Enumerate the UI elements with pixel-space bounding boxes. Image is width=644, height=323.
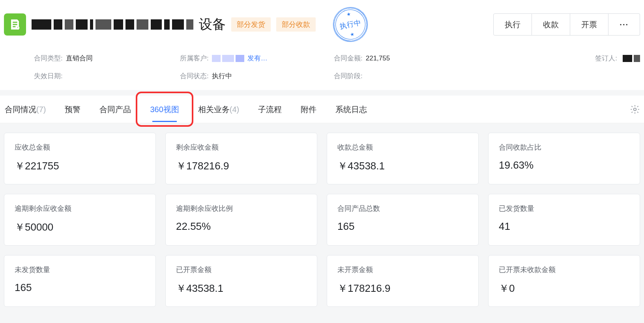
tab-1[interactable]: 预警 <box>64 96 81 122</box>
tab-0[interactable]: 合同情况(7) <box>4 96 47 122</box>
tab-label: 合同情况 <box>5 105 36 114</box>
metric-label: 剩余应收金额 <box>176 143 307 152</box>
metric-label: 未发货数量 <box>15 265 145 274</box>
metric-value: 41 <box>499 220 629 233</box>
metric-card-4: 逾期剩余应收金额￥50000 <box>4 194 156 246</box>
tab-label: 预警 <box>65 105 80 114</box>
tab-6[interactable]: 附件 <box>300 96 317 122</box>
metric-value: 165 <box>337 220 468 233</box>
meta-amount-value: 221,755 <box>366 54 390 62</box>
redacted-customer <box>212 55 244 62</box>
metric-cards: 应收总金额￥221755剩余应收金额￥178216.9收款总金额￥43538.1… <box>0 123 644 316</box>
meta-stage-label: 合同阶段: <box>334 71 363 81</box>
meta-amount-label: 合同金额: <box>334 54 363 63</box>
status-stamp: 执行中 <box>330 4 371 45</box>
metric-label: 已开票金额 <box>176 265 307 274</box>
metric-label: 逾期剩余应收比例 <box>176 204 307 213</box>
metric-card-8: 未发货数量165 <box>4 255 156 307</box>
status-tag-ship: 部分发货 <box>231 17 271 32</box>
metric-label: 应收总金额 <box>15 143 145 152</box>
metric-card-0: 应收总金额￥221755 <box>4 133 156 184</box>
metric-label: 收款总金额 <box>337 143 468 152</box>
metric-card-3: 合同收款占比19.63% <box>488 133 640 184</box>
metric-label: 已开票未收款金额 <box>499 265 629 274</box>
metric-card-7: 已发货数量41 <box>488 194 640 246</box>
tab-count: (7) <box>36 105 46 114</box>
metric-label: 逾期剩余应收金额 <box>15 204 145 213</box>
metric-value: ￥178216.9 <box>176 159 307 173</box>
meta-signer-label: 签订人: <box>595 54 617 63</box>
title-suffix: 设备 <box>199 15 226 34</box>
tab-label: 系统日志 <box>335 105 367 114</box>
gear-icon[interactable] <box>630 104 640 115</box>
metric-card-10: 未开票金额￥178216.9 <box>327 255 479 307</box>
metric-label: 未开票金额 <box>337 265 468 274</box>
contract-meta: 合同类型:直销合同 所属客户: 发有… 合同金额:221,755 签订人: 失效… <box>4 54 640 81</box>
receipt-button[interactable]: 收款 <box>532 13 570 36</box>
metric-card-6: 合同产品总数165 <box>327 194 479 246</box>
contract-icon <box>4 13 26 36</box>
status-tag-pay: 部分收款 <box>276 17 316 32</box>
metric-value: ￥43538.1 <box>337 159 468 173</box>
metric-label: 合同产品总数 <box>337 204 468 213</box>
tabs-bar: 合同情况(7)预警合同产品360视图相关业务(4)子流程附件系统日志 <box>0 96 644 123</box>
meta-status-label: 合同状态: <box>180 71 209 81</box>
tab-label: 子流程 <box>258 105 282 114</box>
metric-card-5: 逾期剩余应收比例22.55% <box>165 194 317 246</box>
redacted-title <box>32 19 193 30</box>
tab-3[interactable]: 360视图 <box>149 96 180 122</box>
tab-4[interactable]: 相关业务(4) <box>197 96 240 122</box>
metric-card-1: 剩余应收金额￥178216.9 <box>165 133 317 184</box>
metric-value: ￥50000 <box>15 220 145 234</box>
tab-count: (4) <box>230 105 239 114</box>
invoice-button[interactable]: 开票 <box>570 13 608 36</box>
meta-contract-type-label: 合同类型: <box>34 54 63 63</box>
header-actions: 执行 收款 开票 ··· <box>493 13 640 36</box>
contract-header: 设备 部分发货 部分收款 执行中 执行 收款 开票 ··· 合同类型:直销合同 … <box>0 0 644 90</box>
tab-5[interactable]: 子流程 <box>257 96 283 122</box>
title-area: 设备 部分发货 部分收款 执行中 <box>32 7 488 42</box>
metric-value: ￥178216.9 <box>337 282 468 295</box>
tab-label: 360视图 <box>150 105 179 114</box>
tab-label: 相关业务 <box>198 105 230 114</box>
metric-value: ￥0 <box>499 282 629 295</box>
meta-expire-label: 失效日期: <box>34 71 63 81</box>
execute-button[interactable]: 执行 <box>493 13 532 36</box>
metric-label: 已发货数量 <box>499 204 629 213</box>
tab-2[interactable]: 合同产品 <box>99 96 132 122</box>
metric-value: 22.55% <box>176 220 307 233</box>
tab-label: 附件 <box>301 105 316 114</box>
metric-card-2: 收款总金额￥43538.1 <box>327 133 479 184</box>
svg-point-0 <box>16 26 20 30</box>
svg-point-1 <box>634 108 637 111</box>
tab-label: 合同产品 <box>99 105 131 114</box>
meta-customer-value: 发有… <box>247 54 268 63</box>
more-button[interactable]: ··· <box>608 13 640 36</box>
metric-value: 165 <box>15 282 145 294</box>
metric-card-11: 已开票未收款金额￥0 <box>488 255 640 307</box>
meta-contract-type-value: 直销合同 <box>66 54 93 63</box>
metric-value: ￥43538.1 <box>176 282 307 295</box>
metric-value: ￥221755 <box>15 159 145 173</box>
meta-status-value: 执行中 <box>212 71 232 81</box>
metric-value: 19.63% <box>499 159 629 171</box>
metric-card-9: 已开票金额￥43538.1 <box>165 255 317 307</box>
tab-7[interactable]: 系统日志 <box>335 96 368 122</box>
redacted-signer <box>623 55 640 62</box>
meta-customer-label: 所属客户: <box>180 54 209 63</box>
metric-label: 合同收款占比 <box>499 143 629 152</box>
